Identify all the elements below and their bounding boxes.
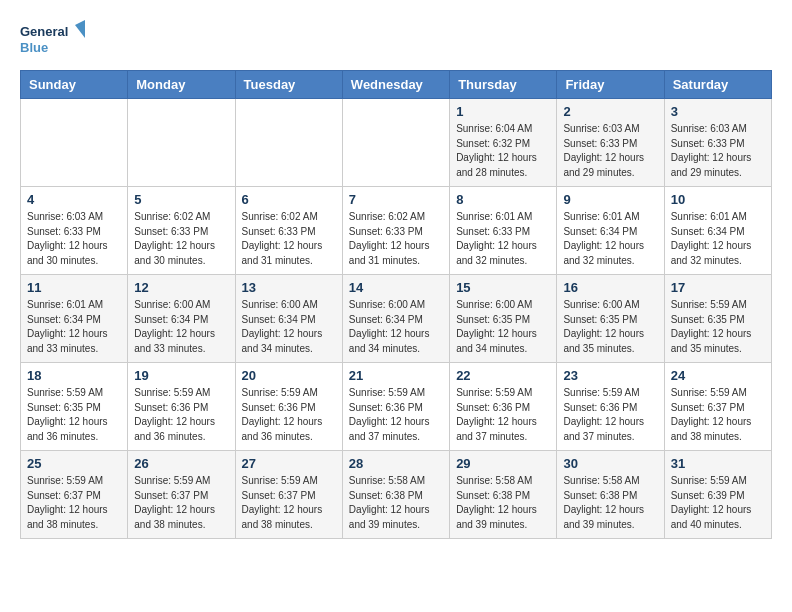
day-cell: 6Sunrise: 6:02 AM Sunset: 6:33 PM Daylig… xyxy=(235,187,342,275)
day-info: Sunrise: 6:02 AM Sunset: 6:33 PM Dayligh… xyxy=(349,210,443,268)
day-cell: 21Sunrise: 5:59 AM Sunset: 6:36 PM Dayli… xyxy=(342,363,449,451)
week-row-2: 4Sunrise: 6:03 AM Sunset: 6:33 PM Daylig… xyxy=(21,187,772,275)
day-info: Sunrise: 5:59 AM Sunset: 6:36 PM Dayligh… xyxy=(349,386,443,444)
day-number: 11 xyxy=(27,280,121,295)
day-cell: 1Sunrise: 6:04 AM Sunset: 6:32 PM Daylig… xyxy=(450,99,557,187)
day-info: Sunrise: 5:59 AM Sunset: 6:36 PM Dayligh… xyxy=(563,386,657,444)
day-info: Sunrise: 5:58 AM Sunset: 6:38 PM Dayligh… xyxy=(563,474,657,532)
day-number: 17 xyxy=(671,280,765,295)
day-cell xyxy=(128,99,235,187)
day-info: Sunrise: 6:00 AM Sunset: 6:34 PM Dayligh… xyxy=(349,298,443,356)
logo-svg: General Blue xyxy=(20,20,90,60)
day-number: 30 xyxy=(563,456,657,471)
day-cell: 18Sunrise: 5:59 AM Sunset: 6:35 PM Dayli… xyxy=(21,363,128,451)
day-number: 16 xyxy=(563,280,657,295)
day-number: 24 xyxy=(671,368,765,383)
day-cell: 8Sunrise: 6:01 AM Sunset: 6:33 PM Daylig… xyxy=(450,187,557,275)
day-info: Sunrise: 5:59 AM Sunset: 6:36 PM Dayligh… xyxy=(456,386,550,444)
day-cell xyxy=(235,99,342,187)
day-number: 4 xyxy=(27,192,121,207)
day-cell: 9Sunrise: 6:01 AM Sunset: 6:34 PM Daylig… xyxy=(557,187,664,275)
day-cell: 16Sunrise: 6:00 AM Sunset: 6:35 PM Dayli… xyxy=(557,275,664,363)
day-info: Sunrise: 5:59 AM Sunset: 6:36 PM Dayligh… xyxy=(242,386,336,444)
header-cell-sunday: Sunday xyxy=(21,71,128,99)
week-row-5: 25Sunrise: 5:59 AM Sunset: 6:37 PM Dayli… xyxy=(21,451,772,539)
day-number: 8 xyxy=(456,192,550,207)
day-cell: 24Sunrise: 5:59 AM Sunset: 6:37 PM Dayli… xyxy=(664,363,771,451)
day-info: Sunrise: 6:04 AM Sunset: 6:32 PM Dayligh… xyxy=(456,122,550,180)
day-number: 25 xyxy=(27,456,121,471)
day-info: Sunrise: 6:00 AM Sunset: 6:34 PM Dayligh… xyxy=(134,298,228,356)
day-number: 26 xyxy=(134,456,228,471)
day-info: Sunrise: 5:59 AM Sunset: 6:35 PM Dayligh… xyxy=(27,386,121,444)
day-number: 5 xyxy=(134,192,228,207)
day-cell: 22Sunrise: 5:59 AM Sunset: 6:36 PM Dayli… xyxy=(450,363,557,451)
day-cell: 30Sunrise: 5:58 AM Sunset: 6:38 PM Dayli… xyxy=(557,451,664,539)
day-cell xyxy=(21,99,128,187)
day-cell: 25Sunrise: 5:59 AM Sunset: 6:37 PM Dayli… xyxy=(21,451,128,539)
day-cell: 26Sunrise: 5:59 AM Sunset: 6:37 PM Dayli… xyxy=(128,451,235,539)
header-cell-saturday: Saturday xyxy=(664,71,771,99)
day-info: Sunrise: 5:58 AM Sunset: 6:38 PM Dayligh… xyxy=(349,474,443,532)
day-info: Sunrise: 6:01 AM Sunset: 6:33 PM Dayligh… xyxy=(456,210,550,268)
day-cell: 11Sunrise: 6:01 AM Sunset: 6:34 PM Dayli… xyxy=(21,275,128,363)
day-cell: 7Sunrise: 6:02 AM Sunset: 6:33 PM Daylig… xyxy=(342,187,449,275)
day-cell xyxy=(342,99,449,187)
day-cell: 5Sunrise: 6:02 AM Sunset: 6:33 PM Daylig… xyxy=(128,187,235,275)
day-number: 28 xyxy=(349,456,443,471)
day-number: 2 xyxy=(563,104,657,119)
day-cell: 3Sunrise: 6:03 AM Sunset: 6:33 PM Daylig… xyxy=(664,99,771,187)
day-number: 22 xyxy=(456,368,550,383)
page-header: General Blue xyxy=(20,20,772,60)
svg-text:General: General xyxy=(20,24,68,39)
day-info: Sunrise: 6:01 AM Sunset: 6:34 PM Dayligh… xyxy=(671,210,765,268)
day-number: 23 xyxy=(563,368,657,383)
day-number: 21 xyxy=(349,368,443,383)
day-number: 1 xyxy=(456,104,550,119)
header-cell-friday: Friday xyxy=(557,71,664,99)
day-number: 19 xyxy=(134,368,228,383)
day-number: 12 xyxy=(134,280,228,295)
svg-text:Blue: Blue xyxy=(20,40,48,55)
day-cell: 23Sunrise: 5:59 AM Sunset: 6:36 PM Dayli… xyxy=(557,363,664,451)
day-cell: 20Sunrise: 5:59 AM Sunset: 6:36 PM Dayli… xyxy=(235,363,342,451)
day-number: 31 xyxy=(671,456,765,471)
day-info: Sunrise: 5:59 AM Sunset: 6:36 PM Dayligh… xyxy=(134,386,228,444)
day-cell: 10Sunrise: 6:01 AM Sunset: 6:34 PM Dayli… xyxy=(664,187,771,275)
day-number: 9 xyxy=(563,192,657,207)
day-cell: 4Sunrise: 6:03 AM Sunset: 6:33 PM Daylig… xyxy=(21,187,128,275)
svg-marker-2 xyxy=(75,20,85,38)
logo: General Blue xyxy=(20,20,90,60)
header-row: SundayMondayTuesdayWednesdayThursdayFrid… xyxy=(21,71,772,99)
week-row-1: 1Sunrise: 6:04 AM Sunset: 6:32 PM Daylig… xyxy=(21,99,772,187)
day-info: Sunrise: 5:59 AM Sunset: 6:37 PM Dayligh… xyxy=(242,474,336,532)
week-row-3: 11Sunrise: 6:01 AM Sunset: 6:34 PM Dayli… xyxy=(21,275,772,363)
day-number: 14 xyxy=(349,280,443,295)
day-info: Sunrise: 6:00 AM Sunset: 6:35 PM Dayligh… xyxy=(456,298,550,356)
day-info: Sunrise: 5:59 AM Sunset: 6:37 PM Dayligh… xyxy=(134,474,228,532)
header-cell-monday: Monday xyxy=(128,71,235,99)
day-info: Sunrise: 6:03 AM Sunset: 6:33 PM Dayligh… xyxy=(671,122,765,180)
calendar-table: SundayMondayTuesdayWednesdayThursdayFrid… xyxy=(20,70,772,539)
day-number: 29 xyxy=(456,456,550,471)
day-info: Sunrise: 5:58 AM Sunset: 6:38 PM Dayligh… xyxy=(456,474,550,532)
day-info: Sunrise: 5:59 AM Sunset: 6:39 PM Dayligh… xyxy=(671,474,765,532)
day-number: 27 xyxy=(242,456,336,471)
day-info: Sunrise: 6:03 AM Sunset: 6:33 PM Dayligh… xyxy=(563,122,657,180)
day-info: Sunrise: 6:00 AM Sunset: 6:35 PM Dayligh… xyxy=(563,298,657,356)
day-info: Sunrise: 6:00 AM Sunset: 6:34 PM Dayligh… xyxy=(242,298,336,356)
header-cell-wednesday: Wednesday xyxy=(342,71,449,99)
day-cell: 14Sunrise: 6:00 AM Sunset: 6:34 PM Dayli… xyxy=(342,275,449,363)
day-cell: 29Sunrise: 5:58 AM Sunset: 6:38 PM Dayli… xyxy=(450,451,557,539)
day-number: 3 xyxy=(671,104,765,119)
header-cell-tuesday: Tuesday xyxy=(235,71,342,99)
day-info: Sunrise: 5:59 AM Sunset: 6:37 PM Dayligh… xyxy=(671,386,765,444)
day-cell: 12Sunrise: 6:00 AM Sunset: 6:34 PM Dayli… xyxy=(128,275,235,363)
day-cell: 15Sunrise: 6:00 AM Sunset: 6:35 PM Dayli… xyxy=(450,275,557,363)
day-number: 13 xyxy=(242,280,336,295)
day-cell: 13Sunrise: 6:00 AM Sunset: 6:34 PM Dayli… xyxy=(235,275,342,363)
day-cell: 17Sunrise: 5:59 AM Sunset: 6:35 PM Dayli… xyxy=(664,275,771,363)
day-cell: 27Sunrise: 5:59 AM Sunset: 6:37 PM Dayli… xyxy=(235,451,342,539)
week-row-4: 18Sunrise: 5:59 AM Sunset: 6:35 PM Dayli… xyxy=(21,363,772,451)
day-number: 20 xyxy=(242,368,336,383)
